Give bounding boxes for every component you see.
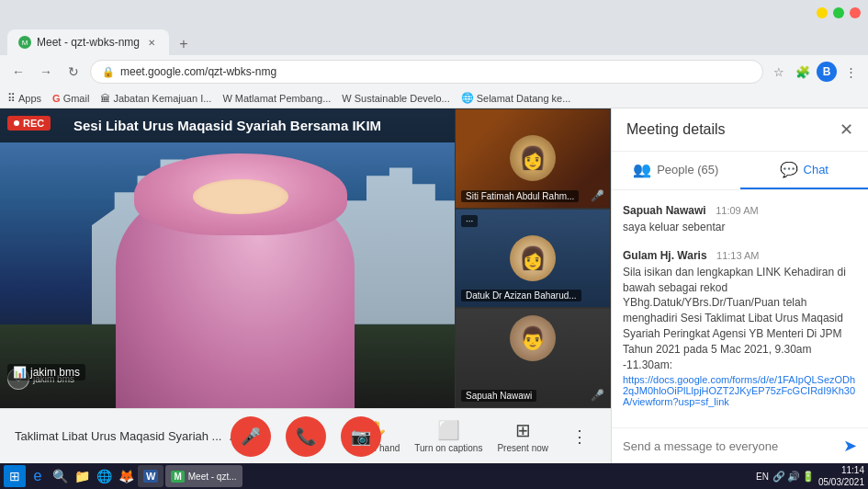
profile-icon[interactable]: B bbox=[817, 62, 837, 82]
taskbar-meet-app[interactable]: M Meet - qzt... bbox=[165, 465, 242, 487]
video-area: REC bbox=[0, 108, 611, 463]
forward-btn[interactable]: → bbox=[35, 61, 57, 83]
side-video-2: 👩 ··· Datuk Dr Azizan Baharud... bbox=[455, 209, 611, 309]
main-video: Sesi Libat Urus Maqasid Syariah Bersama … bbox=[0, 108, 611, 408]
chat-input-area: ➤ bbox=[612, 427, 868, 463]
taskbar-time-text: 11:14 bbox=[818, 464, 864, 476]
end-call-icon: 📞 bbox=[296, 426, 316, 447]
bookmark-star-icon[interactable]: ☆ bbox=[769, 62, 789, 82]
taskbar-folder-icon[interactable]: 📁 bbox=[72, 466, 92, 486]
taskbar-date-text: 05/03/2021 bbox=[818, 476, 864, 488]
nav-icons: ☆ 🧩 B ⋮ bbox=[769, 62, 861, 82]
people-icon: 👥 bbox=[633, 161, 651, 178]
browser-chrome: M Meet - qzt-wbks-nmg ✕ + ← → ↻ 🔒 meet.g… bbox=[0, 0, 868, 108]
address-bar[interactable]: 🔒 meet.google.com/qzt-wbks-nmg bbox=[90, 60, 763, 84]
end-call-btn[interactable]: 📞 bbox=[276, 407, 333, 463]
chat-area: Sapuah Nawawi 11:09 AM saya keluar seben… bbox=[612, 190, 868, 427]
bookmark-sustainable-label: Sustainable Develo... bbox=[355, 93, 450, 104]
extension-icon[interactable]: 🧩 bbox=[793, 62, 813, 82]
captions-btn[interactable]: ⬜ Turn on captions bbox=[414, 419, 482, 453]
video-title-text: Sesi Libat Urus Maqasid Syariah Bersama … bbox=[18, 118, 436, 133]
new-tab-btn[interactable]: + bbox=[173, 33, 195, 55]
side-video-2-dots: ··· bbox=[461, 215, 478, 227]
bottom-control-bar: Taklimat Libat Urus Maqasid Syariah ... … bbox=[0, 408, 611, 463]
menu-icon[interactable]: ⋮ bbox=[840, 62, 861, 82]
bookmark-gmail[interactable]: G Gmail bbox=[52, 93, 89, 104]
side-video-3-name: Sapuah Nawawi bbox=[461, 390, 536, 402]
mute-cam-btn[interactable]: 📷 bbox=[341, 416, 381, 457]
side-video-1-name: Siti Fatimah Abdul Rahm... bbox=[461, 190, 579, 202]
meeting-title-text: Taklimat Libat Urus Maqasid Syariah ... bbox=[15, 429, 221, 443]
title-bar bbox=[0, 0, 868, 26]
taskbar-firefox-icon[interactable]: 🦊 bbox=[116, 466, 136, 486]
tab-people-label: People (65) bbox=[657, 163, 718, 176]
taskbar-clock: 11:14 05/03/2021 bbox=[818, 464, 864, 488]
captions-label: Turn on captions bbox=[414, 443, 482, 453]
chat-input[interactable] bbox=[623, 439, 836, 453]
controls-center: 🎤 📞 📷 bbox=[231, 416, 381, 457]
present-icon: ⊞ bbox=[515, 419, 531, 441]
mute-mic-btn[interactable]: 🎤 bbox=[231, 416, 271, 457]
word-icon: W bbox=[143, 470, 158, 483]
chat-sender-1: Sapuah Nawawi 11:09 AM bbox=[623, 201, 857, 218]
taskbar-sys-icons: 🔗 🔊 🔋 bbox=[772, 471, 815, 483]
maximize-btn[interactable] bbox=[833, 7, 844, 18]
minimize-btn[interactable] bbox=[817, 7, 828, 18]
present-label: Present now bbox=[497, 443, 548, 453]
taskbar-ie-icon[interactable]: e bbox=[28, 466, 48, 486]
video-title-overlay: Sesi Libat Urus Maqasid Syariah Bersama … bbox=[0, 108, 455, 142]
person-avatar-1: 👩 bbox=[510, 135, 556, 181]
side-video-2-name: Datuk Dr Azizan Baharud... bbox=[461, 290, 581, 301]
chat-text-1: saya keluar sebentar bbox=[623, 220, 857, 235]
taskbar-search-icon[interactable]: 🔍 bbox=[50, 466, 70, 486]
panel-header: Meeting details ✕ bbox=[612, 108, 868, 152]
more-options-btn[interactable]: ⋮ bbox=[563, 420, 596, 453]
taskbar-right: EN 🔗 🔊 🔋 11:14 05/03/2021 bbox=[756, 464, 864, 488]
chat-message-1: Sapuah Nawawi 11:09 AM saya keluar seben… bbox=[623, 201, 857, 235]
rec-badge: REC bbox=[7, 116, 51, 131]
bookmark-jabatan[interactable]: 🏛 Jabatan Kemajuan I... bbox=[100, 93, 211, 104]
panel-tabs: 👥 People (65) 💬 Chat bbox=[612, 152, 868, 190]
send-btn[interactable]: ➤ bbox=[843, 436, 857, 456]
bookmark-apps[interactable]: ⠿ Apps bbox=[7, 92, 41, 105]
tab-bar: M Meet - qzt-wbks-nmg ✕ + bbox=[0, 26, 868, 55]
side-video-1-muted-icon: 🎤 bbox=[591, 189, 604, 202]
chat-message-2: Gulam Hj. Waris 11:13 AM Sila isikan dan… bbox=[623, 246, 857, 408]
tab-chat[interactable]: 💬 Chat bbox=[740, 152, 869, 189]
active-tab[interactable]: M Meet - qzt-wbks-nmg ✕ bbox=[7, 29, 169, 55]
taskbar-meet-label: Meet - qzt... bbox=[188, 472, 237, 482]
tab-label: Meet - qzt-wbks-nmg bbox=[37, 36, 140, 49]
taskbar: ⊞ e 🔍 📁 🌐 🦊 W M Meet - qzt... EN 🔗 🔊 🔋 1… bbox=[0, 463, 868, 489]
mic-muted-icon: 🎤 bbox=[241, 426, 261, 447]
taskbar-word-app[interactable]: W bbox=[138, 465, 163, 487]
tab-close-btn[interactable]: ✕ bbox=[145, 36, 158, 49]
bookmark-apps-label: Apps bbox=[18, 93, 41, 104]
bookmark-sustainable[interactable]: W Sustainable Develo... bbox=[342, 93, 449, 104]
rec-dot bbox=[14, 120, 19, 126]
bookmark-matlamat-label: Matlamat Pembang... bbox=[235, 93, 332, 104]
start-btn[interactable]: ⊞ bbox=[4, 465, 26, 487]
volume-icon[interactable]: 🔊 bbox=[787, 471, 800, 483]
present-now-btn[interactable]: ⊞ Present now bbox=[497, 419, 548, 453]
bookmark-matlamat[interactable]: W Matlamat Pembang... bbox=[222, 93, 331, 104]
meet-icon: M bbox=[171, 471, 184, 483]
back-btn[interactable]: ← bbox=[7, 61, 29, 83]
side-video-3: 👨 🎤 Sapuah Nawawi bbox=[455, 308, 611, 408]
side-video-1: 👩 Siti Fatimah Abdul Rahm... 🎤 bbox=[455, 108, 611, 209]
bookmarks-bar: ⠿ Apps G Gmail 🏛 Jabatan Kemajuan I... W… bbox=[0, 88, 868, 108]
person-avatar-3: 👨 bbox=[510, 315, 556, 361]
main-content: REC bbox=[0, 108, 868, 463]
refresh-btn[interactable]: ↻ bbox=[62, 61, 85, 83]
network-icon: 🔗 bbox=[772, 471, 785, 483]
tab-people[interactable]: 👥 People (65) bbox=[612, 152, 740, 189]
bookmark-selamat[interactable]: 🌐 Selamat Datang ke... bbox=[461, 92, 571, 104]
taskbar-chrome-icon[interactable]: 🌐 bbox=[94, 466, 114, 486]
close-btn[interactable] bbox=[850, 7, 861, 18]
tab-favicon: M bbox=[18, 36, 31, 49]
bookmark-jabatan-label: Jabatan Kemajuan I... bbox=[113, 93, 211, 104]
lock-icon: 🔒 bbox=[102, 66, 115, 78]
taskbar-lang: EN bbox=[756, 472, 769, 482]
panel-close-btn[interactable]: ✕ bbox=[840, 119, 853, 140]
chat-link-2[interactable]: https://docs.google.com/forms/d/e/1FAIpQ… bbox=[623, 374, 857, 407]
taskbar-apps: e 🔍 📁 🌐 🦊 W M Meet - qzt... bbox=[28, 465, 242, 487]
